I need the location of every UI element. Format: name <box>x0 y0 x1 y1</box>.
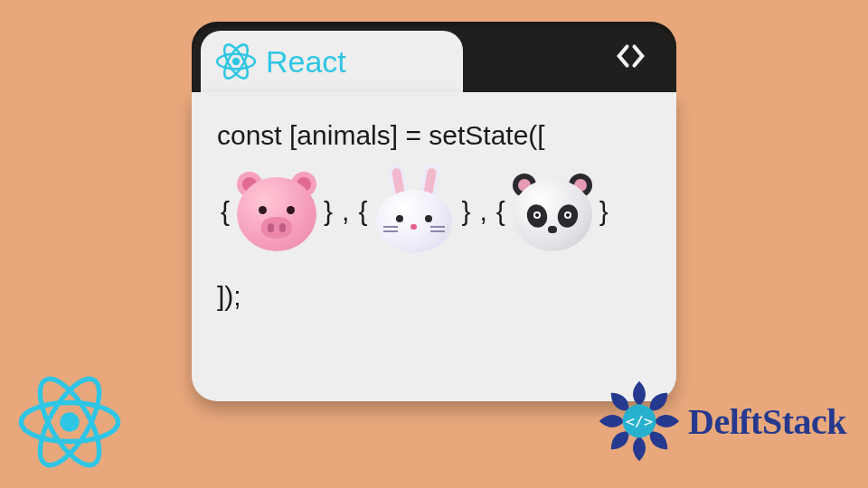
code-line-1: const [animals] = setState([ <box>217 119 651 152</box>
close-brace: } <box>458 195 474 228</box>
code-line-2: { } , { <box>217 168 651 255</box>
close-brace: } <box>596 195 612 228</box>
open-brace: { <box>217 195 233 228</box>
delftstack-brand: </> DelftStack <box>598 380 846 463</box>
browser-tab-react[interactable]: React <box>201 31 463 92</box>
svg-point-0 <box>232 58 240 65</box>
chevron-right-icon[interactable] <box>629 43 646 69</box>
close-brace: } <box>320 195 336 228</box>
animal-slot-panda: { } <box>493 168 612 255</box>
svg-point-4 <box>60 412 79 431</box>
panda-icon <box>509 168 596 255</box>
code-line-3: ]); <box>217 280 651 313</box>
nav-arrows <box>616 43 646 69</box>
window-titlebar: React <box>192 22 676 92</box>
delftstack-mandala-icon: </> <box>598 380 681 463</box>
code-snippet: const [animals] = setState([ { } , { <box>192 92 676 401</box>
comma-sep: , <box>479 195 486 228</box>
animal-slot-bunny: { } <box>354 168 474 255</box>
pig-icon <box>233 168 320 255</box>
react-atom-icon <box>215 41 257 82</box>
browser-window: React const [animals] = setState([ { } , <box>192 22 676 401</box>
delftstack-wordmark: DelftStack <box>688 400 846 443</box>
react-atom-icon <box>16 369 123 475</box>
bunny-icon <box>371 168 458 255</box>
open-brace: { <box>354 195 371 228</box>
animal-slot-pig: { } <box>217 168 336 255</box>
comma-sep: , <box>342 195 349 228</box>
svg-text:</>: </> <box>626 413 653 430</box>
tab-title: React <box>266 44 346 80</box>
open-brace: { <box>493 195 509 228</box>
